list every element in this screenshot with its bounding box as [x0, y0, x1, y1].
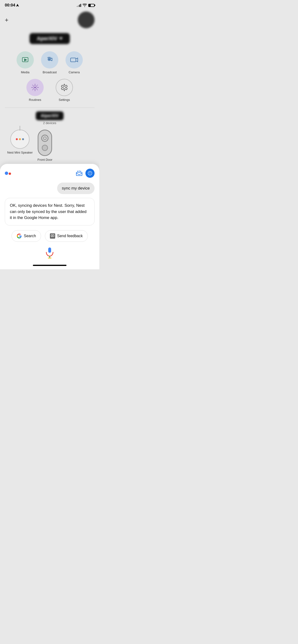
devices-row: Nest Mini Speaker Front Door	[5, 130, 95, 162]
svg-line-17	[32, 85, 33, 86]
camera-icon	[70, 56, 78, 63]
signal-icon	[77, 4, 81, 7]
header-row: +	[5, 12, 95, 28]
camera-item[interactable]: Camera	[66, 51, 83, 74]
avatar-blurred	[78, 12, 95, 28]
time-display: 00:04	[5, 3, 15, 8]
feedback-icon	[50, 233, 55, 238]
home-title-blurred[interactable]: AperXIV	[30, 33, 70, 44]
dropdown-arrow-icon	[59, 38, 63, 40]
dot-yellow	[19, 138, 21, 140]
second-actions-row: Routines Settings	[5, 79, 95, 102]
home-title-container: AperXIV	[5, 33, 95, 44]
mic-container	[5, 246, 95, 259]
settings-label: Settings	[59, 98, 70, 102]
microphone-button[interactable]	[43, 246, 56, 259]
wifi-icon	[83, 4, 87, 7]
broadcast-icon-circle	[41, 51, 58, 68]
svg-rect-22	[76, 172, 82, 176]
broadcast-icon	[45, 56, 54, 64]
broadcast-label: Broadcast	[43, 70, 57, 74]
svg-marker-28	[89, 173, 90, 175]
media-icon	[21, 56, 29, 64]
svg-rect-9	[71, 58, 76, 62]
home-title-text: AperXIV	[37, 36, 57, 42]
settings-item[interactable]: Settings	[56, 79, 73, 102]
routines-icon-circle	[26, 79, 44, 96]
svg-line-20	[32, 89, 33, 90]
status-time: 00:04	[5, 3, 19, 8]
assistant-panel: sync my device OK, syncing devices for N…	[0, 164, 99, 269]
assistant-top-row	[5, 169, 95, 178]
settings-icon-circle	[56, 79, 73, 96]
send-feedback-label: Send feedback	[57, 234, 83, 238]
media-icon-circle	[17, 51, 34, 68]
media-label: Media	[21, 70, 29, 74]
svg-marker-1	[59, 38, 63, 40]
microphone-icon	[43, 246, 56, 259]
front-door-card[interactable]: Front Door	[37, 130, 52, 162]
front-door-label: Front Door	[37, 158, 52, 162]
quick-actions-row: Media Broadcast	[5, 51, 95, 74]
routines-label: Routines	[29, 98, 41, 102]
add-button[interactable]: +	[5, 16, 9, 24]
section-divider	[5, 108, 95, 108]
google-assistant-logo	[5, 172, 11, 175]
svg-marker-0	[16, 4, 19, 7]
search-label: Search	[24, 234, 36, 238]
section-header: AlperXIV 2 devices	[5, 112, 95, 125]
app-background: + AperXIV Media	[0, 9, 99, 164]
svg-point-5	[49, 59, 50, 60]
user-query-container: sync my device	[5, 182, 95, 194]
section-name-blurred: AlperXIV	[36, 112, 63, 120]
status-icons	[77, 4, 95, 7]
nest-mini-label: Nest Mini Speaker	[7, 151, 33, 154]
status-bar: 00:04	[0, 0, 99, 9]
front-door-icon	[38, 130, 52, 156]
svg-line-18	[37, 89, 38, 90]
inbox-icon	[76, 170, 83, 176]
compass-icon	[88, 171, 92, 176]
user-query-bubble: sync my device	[57, 182, 95, 194]
user-query-text: sync my device	[62, 186, 90, 190]
section-device-count: 2 devices	[43, 121, 56, 125]
section-name-text: AlperXIV	[41, 113, 59, 118]
assistant-response: OK, syncing devices for Nest. Sorry, Nes…	[5, 198, 95, 226]
broadcast-item[interactable]: Broadcast	[41, 51, 58, 74]
camera-label: Camera	[69, 70, 80, 74]
location-icon	[16, 4, 19, 7]
svg-marker-27	[89, 172, 90, 173]
assistant-response-text: OK, syncing devices for Nest. Sorry, Nes…	[10, 203, 86, 220]
camera-icon-circle	[66, 51, 83, 68]
dot-red	[16, 138, 18, 140]
assistant-top-right	[76, 169, 95, 178]
nest-mini-card[interactable]: Nest Mini Speaker	[7, 130, 33, 162]
inbox-button[interactable]	[76, 170, 83, 176]
home-indicator	[5, 263, 95, 267]
svg-marker-10	[76, 58, 78, 62]
google-logo-icon	[17, 233, 22, 238]
nest-mini-icon	[10, 130, 30, 149]
routines-icon	[31, 83, 40, 92]
explore-button[interactable]	[85, 169, 95, 178]
battery-icon	[88, 4, 95, 7]
svg-marker-32	[51, 237, 52, 237]
media-item[interactable]: Media	[17, 51, 34, 74]
send-feedback-button[interactable]: Send feedback	[45, 230, 88, 242]
svg-line-19	[37, 85, 38, 86]
action-buttons: Search Send feedback	[5, 230, 95, 242]
routines-item[interactable]: Routines	[26, 79, 44, 102]
search-button[interactable]: Search	[12, 230, 41, 242]
svg-point-12	[34, 87, 36, 88]
svg-marker-3	[24, 58, 27, 61]
svg-point-21	[63, 86, 66, 89]
svg-line-7	[50, 60, 52, 61]
settings-icon	[60, 84, 68, 92]
home-bar	[33, 265, 66, 266]
dot-blue	[22, 138, 24, 140]
svg-rect-33	[48, 248, 51, 253]
